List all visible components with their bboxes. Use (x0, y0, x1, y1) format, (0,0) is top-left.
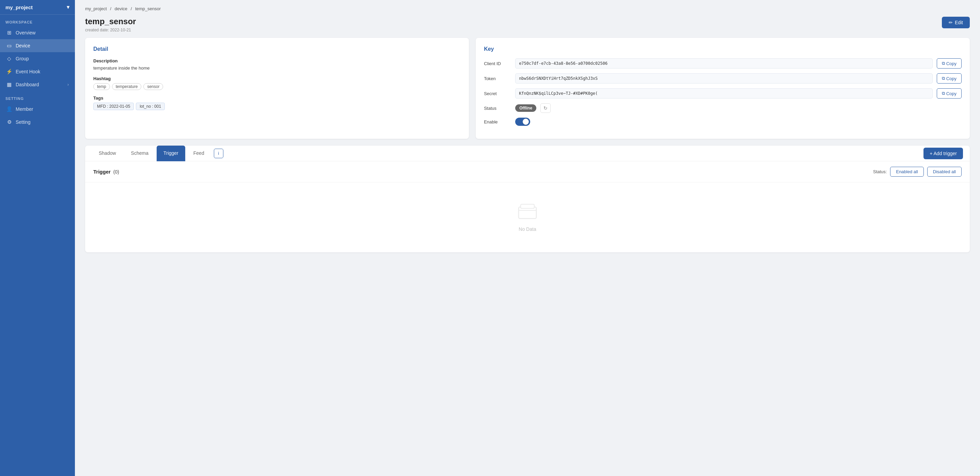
secret-copy-button[interactable]: ⧉ Copy (937, 88, 962, 99)
tag-badge-lot: lot_no : 001 (136, 103, 165, 110)
workspace-label: WORKSPACE (0, 15, 75, 26)
client-id-label: Client ID (484, 61, 511, 66)
breadcrumb-separator: / (110, 6, 112, 11)
enabled-all-button[interactable]: Enabled all (890, 167, 923, 177)
svg-rect-1 (521, 204, 534, 208)
trigger-title-block: Trigger (0) (93, 169, 119, 174)
hashtag-list: temp temperature sensor (93, 83, 461, 90)
tabs-action-row: Shadow Schema Trigger Feed i + Add trigg… (85, 145, 970, 161)
breadcrumb-device[interactable]: device (115, 6, 127, 11)
info-tab-button[interactable]: i (214, 149, 223, 158)
member-icon: 👤 (6, 106, 12, 112)
detail-card-title: Detail (93, 46, 461, 52)
chevron-down-icon: ▾ (67, 4, 70, 10)
copy-label: Copy (946, 91, 956, 96)
created-date: created date: 2022-10-21 (85, 28, 136, 32)
hashtag-section: Hashtag temp temperature sensor (93, 76, 461, 90)
sidebar-item-event-hook[interactable]: ⚡ Event Hook (0, 65, 75, 78)
toggle-thumb (523, 119, 529, 125)
sidebar-item-label: Overview (16, 30, 69, 35)
status-label: Status: (873, 169, 887, 174)
edit-label: Edit (955, 20, 963, 25)
tags-section: Tags MFD : 2022-01-05 lot_no : 001 (93, 96, 461, 110)
trigger-header: Trigger (0) Status: Enabled all Disabled… (85, 161, 970, 182)
edit-button[interactable]: ✏ Edit (942, 17, 970, 28)
tab-schema[interactable]: Schema (124, 145, 155, 161)
project-name: my_project (5, 5, 33, 10)
sidebar: my_project ▾ WORKSPACE ⊞ Overview ▭ Devi… (0, 0, 75, 476)
sidebar-item-label: Member (16, 106, 69, 112)
token-copy-button[interactable]: ⧉ Copy (937, 73, 962, 83)
tag-badge-mfd: MFD : 2022-01-05 (93, 103, 134, 110)
group-icon: ◇ (6, 56, 12, 62)
sidebar-item-device[interactable]: ▭ Device (0, 39, 75, 52)
tab-feed[interactable]: Feed (186, 145, 211, 161)
description-value: temperature inside the home (93, 65, 461, 70)
enable-toggle[interactable] (515, 118, 530, 126)
dashboard-icon: ▦ (6, 81, 12, 88)
overview-icon: ⊞ (6, 30, 12, 36)
setting-label: SETTING (0, 91, 75, 103)
description-section: Description temperature inside the home (93, 58, 461, 70)
tab-schema-label: Schema (131, 150, 148, 156)
add-trigger-button[interactable]: + Add trigger (923, 148, 963, 159)
enable-row: Enable (484, 118, 962, 126)
refresh-icon: ↻ (544, 105, 547, 111)
sidebar-item-label: Device (16, 43, 69, 48)
token-row: Token nbwS6drSNXDtYiHrt7qZD5nkXSghJ3xS ⧉… (484, 73, 962, 83)
client-id-copy-button[interactable]: ⧉ Copy (937, 58, 962, 69)
no-data-text: No Data (519, 227, 536, 232)
add-trigger-label: + Add trigger (930, 151, 957, 156)
sidebar-item-overview[interactable]: ⊞ Overview (0, 26, 75, 39)
tag-list: MFD : 2022-01-05 lot_no : 001 (93, 103, 461, 110)
no-data-icon (517, 203, 538, 222)
key-card-title: Key (484, 46, 962, 52)
status-label: Status (484, 106, 511, 111)
detail-card: Detail Description temperature inside th… (85, 38, 469, 139)
client-id-row: Client ID e750c7df-e7cb-43a8-8e56-a0700d… (484, 58, 962, 69)
breadcrumb: my_project / device / temp_sensor (75, 0, 980, 13)
status-row: Status Offline ↻ (484, 103, 962, 113)
settings-icon: ⚙ (6, 119, 12, 125)
refresh-button[interactable]: ↻ (540, 103, 550, 113)
sidebar-item-setting[interactable]: ⚙ Setting (0, 116, 75, 129)
copy-label: Copy (946, 61, 956, 66)
sidebar-item-member[interactable]: 👤 Member (0, 103, 75, 116)
main-content: my_project / device / temp_sensor temp_s… (75, 0, 980, 476)
tab-trigger[interactable]: Trigger (157, 145, 185, 161)
tab-trigger-label: Trigger (164, 150, 178, 156)
description-label: Description (93, 58, 461, 64)
tab-shadow[interactable]: Shadow (92, 145, 123, 161)
token-value: nbwS6drSNXDtYiHrt7qZD5nkXSghJ3xS (515, 73, 933, 83)
breadcrumb-sensor: temp_sensor (135, 6, 161, 11)
sidebar-item-label: Event Hook (16, 69, 69, 74)
info-icon: i (218, 151, 219, 156)
device-icon: ▭ (6, 43, 12, 49)
trigger-title: Trigger (93, 169, 111, 174)
trigger-count: (0) (113, 169, 119, 174)
sidebar-item-dashboard[interactable]: ▦ Dashboard › (0, 78, 75, 91)
status-badge: Offline (515, 104, 536, 112)
disabled-all-button[interactable]: Disabled all (927, 167, 962, 177)
page-title: temp_sensor (85, 17, 136, 26)
breadcrumb-project[interactable]: my_project (85, 6, 107, 11)
hashtag-badge-temp: temp (93, 83, 110, 90)
sidebar-item-group[interactable]: ◇ Group (0, 52, 75, 65)
hashtag-badge-sensor: sensor (143, 83, 163, 90)
chevron-right-icon: › (67, 82, 69, 87)
no-data-area: No Data (85, 182, 970, 252)
token-label: Token (484, 76, 511, 81)
tabs-section: Shadow Schema Trigger Feed i + Add trigg… (85, 145, 970, 252)
event-hook-icon: ⚡ (6, 69, 12, 75)
secret-row: Secret KfnQnzNK$qilLCp3ve~TJ-#XD#PK0ge( … (484, 88, 962, 99)
cards-row: Detail Description temperature inside th… (75, 38, 980, 145)
copy-label: Copy (946, 76, 956, 81)
secret-label: Secret (484, 91, 511, 96)
enable-label: Enable (484, 119, 511, 125)
hashtag-label: Hashtag (93, 76, 461, 81)
svg-rect-0 (519, 207, 536, 219)
enabled-all-label: Enabled all (896, 169, 918, 174)
tabs-bar: Shadow Schema Trigger Feed i (92, 145, 223, 161)
project-selector[interactable]: my_project ▾ (0, 0, 75, 15)
sidebar-item-label: Group (16, 56, 69, 61)
